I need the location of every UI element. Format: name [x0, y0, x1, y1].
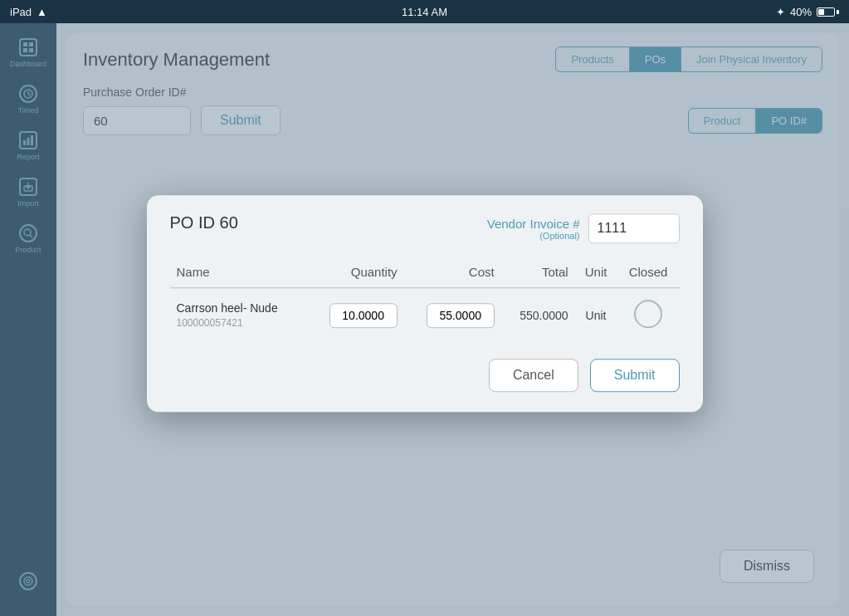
col-closed: Closed	[617, 260, 680, 288]
modal-title: PO ID 60	[170, 213, 238, 232]
product-name: Carrson heel- Nude	[177, 301, 300, 315]
col-cost: Cost	[404, 260, 501, 288]
cell-cost	[404, 288, 501, 343]
unit-value: Unit	[586, 309, 607, 322]
battery-icon	[817, 7, 839, 17]
total-value: 550.0000	[520, 309, 568, 322]
col-total: Total	[501, 260, 575, 288]
status-left: iPad ▲	[10, 6, 47, 18]
table-header-row: Name Quantity Cost Total Unit Closed	[170, 260, 680, 288]
closed-toggle[interactable]	[634, 300, 662, 328]
time-display: 11:14 AM	[402, 6, 447, 18]
po-items-table: Name Quantity Cost Total Unit Closed Car…	[170, 260, 680, 342]
col-quantity: Quantity	[307, 260, 404, 288]
cell-quantity	[307, 288, 404, 343]
po-modal: PO ID 60 Vendor Invoice # (Optional) Nam…	[147, 195, 703, 412]
vendor-invoice-label: Vendor Invoice # (Optional)	[487, 217, 580, 241]
col-name: Name	[170, 260, 307, 288]
modal-header: PO ID 60 Vendor Invoice # (Optional)	[170, 213, 680, 243]
wifi-icon: ▲	[37, 6, 47, 18]
cell-unit: Unit	[575, 288, 617, 343]
carrier-label: iPad	[10, 6, 32, 18]
cell-name: Carrson heel- Nude 100000057421	[170, 288, 307, 343]
table-row: Carrson heel- Nude 100000057421 550.0000…	[170, 288, 680, 343]
vendor-invoice-main-label: Vendor Invoice #	[487, 217, 580, 231]
cell-total: 550.0000	[501, 288, 575, 343]
vendor-invoice-area: Vendor Invoice # (Optional)	[487, 213, 680, 243]
cell-closed	[617, 288, 680, 343]
status-right: ✦ 40%	[776, 6, 839, 18]
status-bar: iPad ▲ 11:14 AM ✦ 40%	[0, 0, 849, 23]
cancel-button[interactable]: Cancel	[489, 359, 578, 392]
modal-footer: Cancel Submit	[170, 359, 680, 392]
vendor-invoice-input[interactable]	[588, 213, 680, 243]
bluetooth-icon: ✦	[776, 6, 785, 18]
battery-percent: 40%	[790, 6, 812, 18]
vendor-invoice-optional: (Optional)	[487, 231, 580, 241]
cost-input[interactable]	[427, 303, 495, 328]
col-unit: Unit	[575, 260, 617, 288]
quantity-input[interactable]	[329, 303, 398, 328]
submit-modal-button[interactable]: Submit	[590, 359, 680, 392]
product-sku: 100000057421	[177, 317, 300, 329]
